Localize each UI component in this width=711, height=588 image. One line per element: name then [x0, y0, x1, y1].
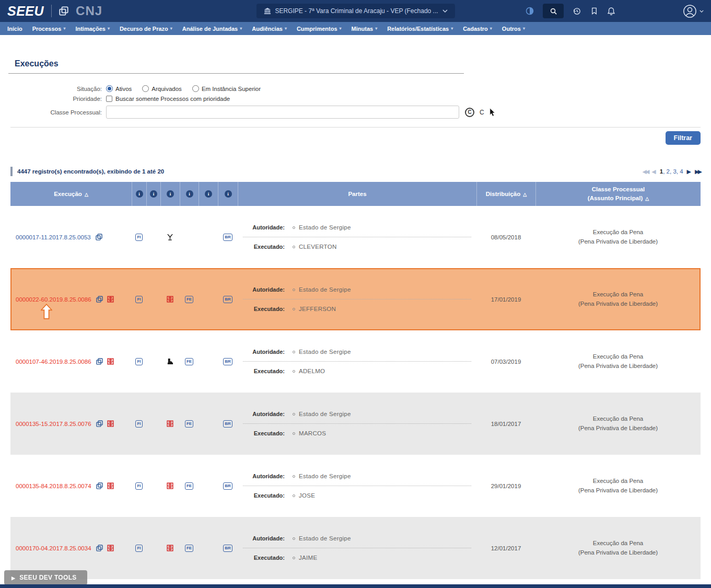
info-cell[interactable]: FI: [132, 268, 146, 330]
info-cell[interactable]: FE: [180, 455, 199, 517]
related-processes-icon[interactable]: [96, 420, 103, 427]
radio-label: Arquivados: [151, 86, 182, 92]
column-header-distribuicao[interactable]: Distribuição: [476, 182, 535, 206]
info-cell[interactable]: FI: [132, 455, 146, 517]
menu-item-analise-de-juntadas[interactable]: Análise de Juntadas▾: [182, 26, 242, 32]
fe-badge[interactable]: FE: [185, 545, 193, 552]
fe-badge[interactable]: FE: [185, 482, 193, 490]
previous-page-button[interactable]: [651, 168, 656, 175]
fi-badge[interactable]: FI: [135, 234, 142, 241]
column-header-classe[interactable]: Classe Processual (Assunto Principal): [535, 182, 701, 206]
menu-item-cumprimentos[interactable]: Cumprimentos▾: [297, 26, 342, 32]
fe-badge[interactable]: FE: [185, 296, 193, 303]
process-number-link[interactable]: 0000170-04.2017.8.25.0034: [16, 545, 91, 551]
fi-badge[interactable]: FI: [135, 296, 142, 303]
related-processes-icon[interactable]: [96, 358, 103, 365]
fi-badge[interactable]: FI: [135, 545, 142, 552]
process-number-link[interactable]: 0000107-46.2019.8.25.0086: [16, 359, 91, 365]
info-cell[interactable]: [160, 455, 180, 517]
info-cell[interactable]: BR: [218, 393, 238, 455]
info-cell[interactable]: BR: [218, 330, 238, 393]
menu-item-inicio[interactable]: Início: [7, 26, 22, 32]
seeu-dev-tools-button[interactable]: SEEU DEV TOOLS: [4, 570, 87, 585]
user-menu[interactable]: [683, 4, 704, 18]
court-selector[interactable]: SERGIPE - 7ª Vara Criminal de Aracaju - …: [256, 4, 454, 18]
process-number-link[interactable]: 0000135-15.2017.8.25.0076: [16, 421, 91, 427]
page-4-link[interactable]: 4: [680, 168, 683, 175]
menu-item-decurso-de-prazo[interactable]: Decurso de Prazo▾: [120, 26, 172, 32]
info-cell[interactable]: FE: [180, 517, 199, 579]
menu-item-intimacoes[interactable]: Intimações▾: [75, 26, 109, 32]
related-processes-icon[interactable]: [96, 234, 102, 240]
info-cells: FIFEBR: [132, 455, 238, 517]
radio-ativos[interactable]: Ativos: [106, 85, 132, 92]
br-badge[interactable]: BR: [223, 545, 232, 552]
contrast-icon[interactable]: [526, 7, 534, 15]
fe-badge[interactable]: FE: [185, 358, 193, 365]
filtrar-button[interactable]: Filtrar: [666, 131, 701, 145]
fi-badge[interactable]: FI: [135, 420, 142, 428]
radio-arquivados[interactable]: Arquivados: [142, 85, 182, 92]
info-icon[interactable]: [225, 190, 232, 198]
info-cell[interactable]: FI: [132, 330, 146, 393]
info-cell[interactable]: FE: [180, 393, 199, 455]
menu-item-outros[interactable]: Outros▾: [502, 26, 525, 32]
fe-badge[interactable]: FE: [185, 420, 193, 428]
info-cell[interactable]: BR: [218, 455, 238, 517]
info-icon[interactable]: [136, 190, 143, 198]
info-cell[interactable]: BR: [218, 517, 238, 579]
br-badge[interactable]: BR: [223, 296, 232, 303]
info-cell[interactable]: FI: [132, 393, 146, 455]
seeu-logo[interactable]: SEEU: [7, 4, 44, 19]
last-page-button[interactable]: [695, 168, 701, 175]
info-cell[interactable]: [160, 517, 180, 579]
info-cell[interactable]: FI: [132, 517, 146, 579]
info-cell[interactable]: [160, 206, 180, 268]
info-icon[interactable]: [186, 190, 193, 198]
info-cell[interactable]: FE: [180, 268, 199, 330]
br-badge[interactable]: BR: [223, 420, 232, 428]
menu-item-minutas[interactable]: Minutas▾: [352, 26, 378, 32]
first-page-button[interactable]: [642, 168, 648, 175]
info-cell[interactable]: [160, 330, 180, 393]
info-cell[interactable]: FE: [180, 330, 199, 393]
fi-badge[interactable]: FI: [135, 358, 142, 365]
related-processes-icon[interactable]: [59, 6, 68, 16]
process-number-link[interactable]: 0000135-84.2018.8.25.0074: [16, 483, 91, 489]
bookmark-icon[interactable]: [590, 7, 598, 15]
info-cell[interactable]: BR: [218, 206, 238, 268]
menu-item-audiencias[interactable]: Audiências▾: [252, 26, 287, 32]
info-cell[interactable]: [160, 393, 180, 455]
info-cell[interactable]: [160, 268, 180, 330]
bell-icon[interactable]: [607, 7, 615, 15]
column-header-execucao[interactable]: Execução: [10, 182, 132, 206]
related-processes-icon[interactable]: [96, 296, 103, 303]
process-number-link[interactable]: 0000017-11.2017.8.25.0053: [16, 234, 91, 240]
prioridade-checkbox[interactable]: Buscar somente Processos com prioridade: [106, 96, 230, 102]
menu-item-processos[interactable]: Processos▾: [32, 26, 66, 32]
related-processes-icon[interactable]: [96, 482, 103, 489]
menu-item-cadastro[interactable]: Cadastro▾: [463, 26, 492, 32]
info-cell[interactable]: FI: [132, 206, 146, 268]
info-icon[interactable]: [150, 190, 157, 198]
next-page-button[interactable]: [687, 168, 691, 175]
info-icon[interactable]: [205, 190, 212, 198]
radio-icon: [192, 85, 199, 92]
info-icon[interactable]: [167, 190, 174, 198]
history-icon[interactable]: [573, 7, 581, 16]
classe-processual-input[interactable]: [106, 106, 459, 119]
search-button[interactable]: [543, 4, 564, 18]
br-badge[interactable]: BR: [223, 234, 232, 241]
executado-label: Executado:: [241, 430, 285, 436]
br-badge[interactable]: BR: [223, 482, 232, 490]
info-cell[interactable]: BR: [218, 268, 238, 330]
info-cell: [146, 206, 160, 268]
process-number-link[interactable]: 0000022-60.2019.8.25.0086: [16, 296, 91, 303]
menu-item-relatorios-estatisticas[interactable]: Relatórios/Estatísticas▾: [387, 26, 453, 32]
related-processes-icon[interactable]: [96, 545, 103, 551]
title-rule: [8, 73, 464, 74]
fi-badge[interactable]: FI: [135, 482, 142, 490]
radio-em-instância-superior[interactable]: Em Instância Superior: [192, 85, 261, 92]
br-badge[interactable]: BR: [223, 358, 232, 365]
cnj-logo[interactable]: CNJ: [76, 4, 102, 18]
